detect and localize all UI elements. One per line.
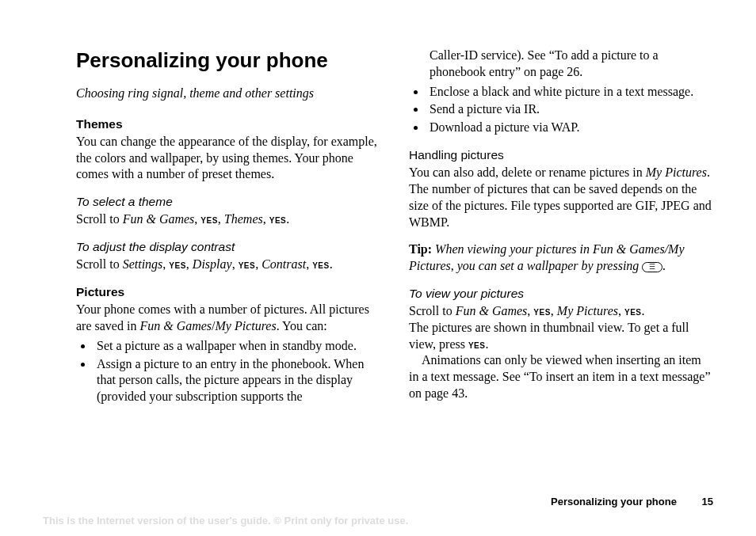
handling-pictures-paragraph: You can also add, delete or rename pictu… — [409, 165, 713, 230]
view-pictures-heading: To view your pictures — [409, 286, 713, 302]
tip-paragraph: Tip: When viewing your pictures in Fun &… — [409, 241, 713, 275]
text: , — [232, 257, 239, 271]
pictures-intro: Your phone comes with a number of pictur… — [76, 302, 380, 335]
menu-path: My Pictures — [646, 165, 707, 179]
view-pictures-p2: The pictures are shown in thumbnail view… — [409, 320, 713, 353]
contrast-instructions: Scroll to Settings, YES, Display, YES, C… — [76, 257, 380, 273]
menu-path: Display — [193, 257, 232, 271]
view-pictures-p3: Animations can only be viewed when inser… — [409, 352, 713, 401]
view-pictures-p1: Scroll to Fun & Games, YES, My Pictures,… — [409, 303, 713, 320]
menu-path: Fun & Games — [123, 212, 195, 226]
list-item: Assign a picture to an entry in the phon… — [94, 356, 380, 405]
text: Scroll to — [409, 304, 456, 317]
menu-path: My Pictures — [557, 304, 618, 317]
left-column: Personalizing your phone Choosing ring s… — [76, 48, 380, 407]
list-item: Send a picture via IR. — [426, 101, 713, 118]
pictures-list: Set a picture as a wallpaper when in sta… — [76, 338, 380, 405]
handling-pictures-heading: Handling pictures — [409, 147, 713, 163]
page-subtitle: Choosing ring signal, theme and other se… — [76, 86, 380, 102]
yes-key: YES — [239, 261, 256, 270]
themes-heading: Themes — [76, 116, 380, 132]
text: , — [218, 212, 224, 226]
list-item: Enclose a black and white picture in a t… — [426, 84, 713, 101]
select-theme-heading: To select a theme — [76, 194, 380, 210]
yes-key: YES — [200, 216, 218, 225]
watermark-text: This is the Internet version of the user… — [43, 515, 408, 528]
text: , — [186, 257, 193, 271]
text: . You can: — [277, 319, 327, 333]
menu-path: Fun & Games — [456, 304, 528, 317]
page-footer: Personalizing your phone 15 — [551, 496, 713, 509]
text: , — [551, 304, 557, 317]
select-theme-instructions: Scroll to Fun & Games, YES, Themes, YES. — [76, 211, 380, 228]
text: , — [306, 257, 312, 271]
yes-key: YES — [468, 341, 486, 350]
text: The pictures are shown in thumbnail view… — [409, 321, 689, 351]
tip-end: . — [662, 259, 666, 272]
yes-key: YES — [624, 308, 642, 317]
contrast-heading: To adjust the display contrast — [76, 239, 380, 255]
text: , — [618, 304, 624, 317]
page-title: Personalizing your phone — [76, 48, 380, 74]
list-item: Set a picture as a wallpaper when in sta… — [94, 338, 380, 355]
text: You can also add, delete or rename pictu… — [409, 165, 646, 179]
pictures-heading: Pictures — [76, 284, 380, 300]
list-item: Download a picture via WAP. — [426, 120, 713, 136]
text: . — [485, 337, 488, 351]
yes-key: YES — [533, 308, 551, 317]
pictures-list-cont: Caller-ID service). See “To add a pictur… — [409, 48, 713, 81]
right-column: Caller-ID service). See “To add a pictur… — [409, 48, 713, 407]
footer-page-number: 15 — [702, 496, 713, 507]
menu-path: Settings — [123, 257, 163, 271]
menu-path: Fun & Games — [139, 319, 212, 333]
menu-path: My Pictures — [216, 319, 277, 333]
menu-path: Themes — [224, 212, 263, 226]
yes-key: YES — [169, 261, 186, 270]
menu-path: Contrast — [262, 257, 306, 271]
content-columns: Personalizing your phone Choosing ring s… — [76, 48, 713, 407]
tip-label: Tip: — [409, 242, 432, 256]
text: Scroll to — [76, 257, 123, 271]
footer-section-name: Personalizing your phone — [551, 496, 677, 507]
options-key-icon: ☰ — [642, 262, 662, 272]
text: , — [255, 257, 262, 271]
text: , — [263, 212, 269, 226]
pictures-list-cont2: Enclose a black and white picture in a t… — [409, 84, 713, 136]
themes-paragraph: You can change the appearance of the dis… — [76, 134, 380, 183]
list-item-continuation: Caller-ID service). See “To add a pictur… — [426, 48, 713, 81]
text: Scroll to — [76, 212, 123, 226]
yes-key: YES — [269, 216, 287, 225]
yes-key: YES — [312, 261, 330, 270]
